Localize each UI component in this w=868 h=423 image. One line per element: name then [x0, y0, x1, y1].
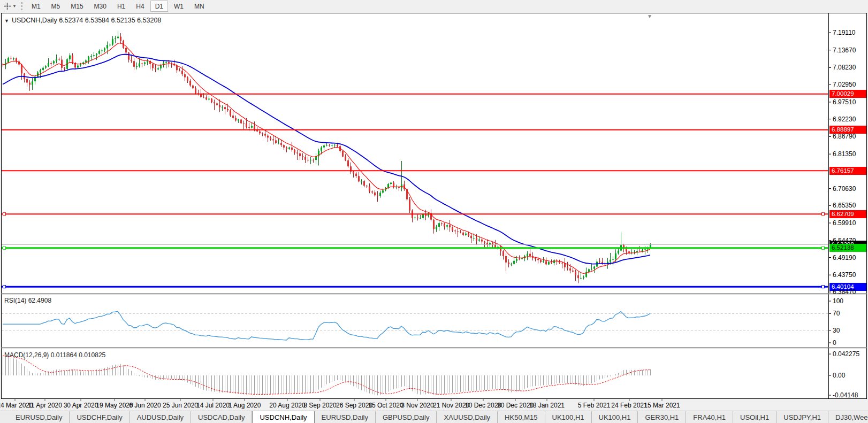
tab-dj30-weekly[interactable]: DJ30,Weekly — [828, 411, 868, 423]
chart-tab-bar: EURUSD,DailyUSDCHF,DailyAUDUSD,DailyUSDC… — [0, 411, 868, 423]
tab-usdchf-daily[interactable]: USDCHF,Daily — [70, 411, 130, 423]
tab-eurusd-daily[interactable]: EURUSD,Daily — [315, 411, 376, 423]
tab-xauusd-daily[interactable]: XAUUSD,Daily — [437, 411, 498, 423]
tab-usdcad-daily[interactable]: USDCAD,Daily — [191, 411, 252, 423]
tab-ger30-h1[interactable]: GER30,H1 — [638, 411, 686, 423]
line-handle-marker — [3, 213, 6, 216]
line-handle-marker — [822, 213, 825, 216]
tab-fra40-h1[interactable]: FRA40,H1 — [686, 411, 733, 423]
line-handle-marker — [822, 247, 825, 249]
tab-eurusd-daily[interactable]: EURUSD,Daily — [9, 411, 70, 423]
trading-terminal-window: ▼ M1 M5 M15 M30 H1 H4 D1 W1 MN ▼USDCNH,D… — [0, 0, 868, 423]
tab-usoil-h1[interactable]: USOil,H1 — [733, 411, 776, 423]
tab-usdjpy-h1[interactable]: USDJPY,H1 — [776, 411, 828, 423]
line-handle-marker — [3, 286, 6, 288]
tab-gbpusd-daily[interactable]: GBPUSD,Daily — [376, 411, 437, 423]
chart-canvas[interactable] — [0, 0, 868, 423]
tab-usdcnh-daily[interactable]: USDCNH,Daily — [252, 411, 314, 423]
line-handle-marker — [3, 247, 6, 249]
tab-audusd-daily[interactable]: AUDUSD,Daily — [130, 411, 191, 423]
tab-hk50-m15[interactable]: HK50,M15 — [498, 411, 545, 423]
line-handle-marker — [822, 286, 825, 288]
tab-uk100-h1[interactable]: UK100,H1 — [592, 411, 638, 423]
tab-uk100-h1[interactable]: UK100,H1 — [545, 411, 592, 423]
